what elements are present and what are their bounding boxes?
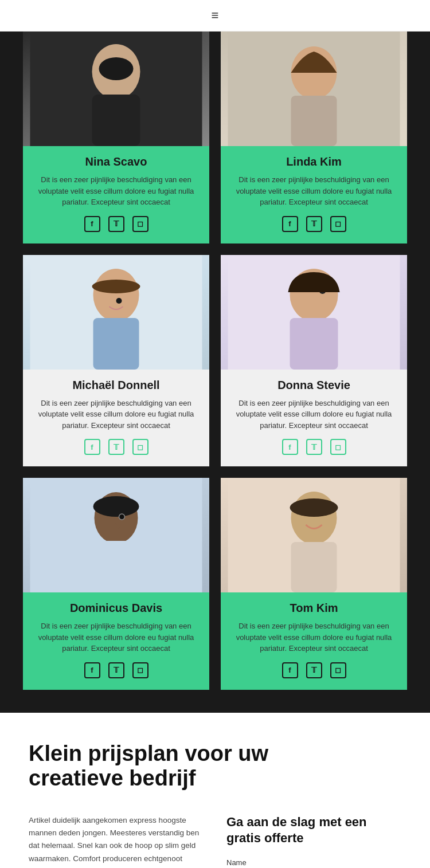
name-form-group: Name <box>226 858 401 868</box>
linda-name: Linda Kim <box>226 155 401 168</box>
linda-social: f 𝕋 ◻ <box>221 216 407 232</box>
svg-point-20 <box>93 496 139 517</box>
michael-facebook-icon[interactable]: f <box>84 439 100 455</box>
svg-rect-9 <box>93 318 139 370</box>
nina-instagram-icon[interactable]: ◻ <box>132 216 148 232</box>
tom-facebook-icon[interactable]: f <box>282 662 298 678</box>
pricing-section: Klein prijsplan voor uw creatieve bedrij… <box>0 713 430 869</box>
svg-point-11 <box>116 298 122 304</box>
donna-twitter-icon[interactable]: 𝕋 <box>306 439 322 455</box>
michael-desc: Dit is een zeer pijnlijke beschuldiging … <box>34 398 198 431</box>
svg-point-3 <box>99 57 134 80</box>
pricing-title: Klein prijsplan voor uw creatieve bedrij… <box>29 741 269 791</box>
tom-instagram-icon[interactable]: ◻ <box>330 662 346 678</box>
svg-point-10 <box>92 280 140 293</box>
pricing-body1: Artikel duidelijk aangekomen express hoo… <box>29 814 204 868</box>
linda-photo <box>221 32 407 146</box>
michael-name: Michaël Donnell <box>29 379 204 392</box>
dominicus-desc: Dit is een zeer pijnlijke beschuldiging … <box>34 620 198 654</box>
nina-photo <box>23 32 209 146</box>
michael-twitter-icon[interactable]: 𝕋 <box>108 439 124 455</box>
svg-point-21 <box>119 514 125 520</box>
team-card-nina: Nina Scavo Dit is een zeer pijnlijke bes… <box>23 32 209 243</box>
svg-rect-25 <box>291 542 337 592</box>
svg-rect-6 <box>291 96 337 146</box>
team-card-tom: Tom Kim Dit is een zeer pijnlijke beschu… <box>221 478 407 690</box>
team-card-donna: Donna Stevie Dit is een zeer pijnlijke b… <box>221 255 407 467</box>
dominicus-facebook-icon[interactable]: f <box>84 662 100 678</box>
svg-rect-19 <box>95 541 138 592</box>
dominicus-twitter-icon[interactable]: 𝕋 <box>108 662 124 678</box>
svg-rect-14 <box>290 318 338 370</box>
dominicus-instagram-icon[interactable]: ◻ <box>132 662 148 678</box>
name-label: Name <box>226 858 401 867</box>
team-card-dominicus: Dominicus Davis Dit is een zeer pijnlijk… <box>23 478 209 690</box>
quote-form: Ga aan de slag met een gratis offerte Na… <box>226 814 401 868</box>
svg-point-8 <box>93 269 139 321</box>
linda-facebook-icon[interactable]: f <box>282 216 298 232</box>
donna-photo <box>221 255 407 370</box>
tom-photo <box>221 478 407 592</box>
donna-name: Donna Stevie <box>226 379 401 392</box>
donna-facebook-icon[interactable]: f <box>282 439 298 455</box>
form-title: Ga aan de slag met een gratis offerte <box>226 814 401 847</box>
nina-facebook-icon[interactable]: f <box>84 216 100 232</box>
dominicus-social: f 𝕋 ◻ <box>23 662 209 678</box>
donna-social: f 𝕋 ◻ <box>221 439 407 455</box>
pricing-content: Artikel duidelijk aangekomen express hoo… <box>29 814 401 868</box>
svg-point-26 <box>290 498 338 517</box>
team-section: Nina Scavo Dit is een zeer pijnlijke bes… <box>0 32 430 713</box>
nina-twitter-icon[interactable]: 𝕋 <box>108 216 124 232</box>
svg-rect-2 <box>92 95 140 146</box>
linda-twitter-icon[interactable]: 𝕋 <box>306 216 322 232</box>
tom-desc: Dit is een zeer pijnlijke beschuldiging … <box>232 620 396 654</box>
linda-desc: Dit is een zeer pijnlijke beschuldiging … <box>232 174 396 208</box>
team-card-linda: Linda Kim Dit is een zeer pijnlijke besc… <box>221 32 407 243</box>
team-card-michael: Michaël Donnell Dit is een zeer pijnlijk… <box>23 255 209 467</box>
tom-twitter-icon[interactable]: 𝕋 <box>306 662 322 678</box>
team-grid: Nina Scavo Dit is een zeer pijnlijke bes… <box>23 32 407 690</box>
nina-desc: Dit is een zeer pijnlijke beschuldiging … <box>34 174 198 208</box>
tom-name: Tom Kim <box>226 602 401 615</box>
site-header: ≡ <box>0 0 430 32</box>
donna-instagram-icon[interactable]: ◻ <box>330 439 346 455</box>
tom-social: f 𝕋 ◻ <box>221 662 407 678</box>
michael-social: f 𝕋 ◻ <box>23 439 209 455</box>
nina-social: f 𝕋 ◻ <box>23 216 209 232</box>
hamburger-icon[interactable]: ≡ <box>212 8 219 23</box>
michael-photo <box>23 255 209 370</box>
michael-instagram-icon[interactable]: ◻ <box>132 439 148 455</box>
pricing-text: Artikel duidelijk aangekomen express hoo… <box>29 814 204 868</box>
dominicus-photo <box>23 478 209 592</box>
donna-desc: Dit is een zeer pijnlijke beschuldiging … <box>232 398 396 431</box>
nina-name: Nina Scavo <box>29 155 204 168</box>
dominicus-name: Dominicus Davis <box>29 602 204 615</box>
linda-instagram-icon[interactable]: ◻ <box>330 216 346 232</box>
